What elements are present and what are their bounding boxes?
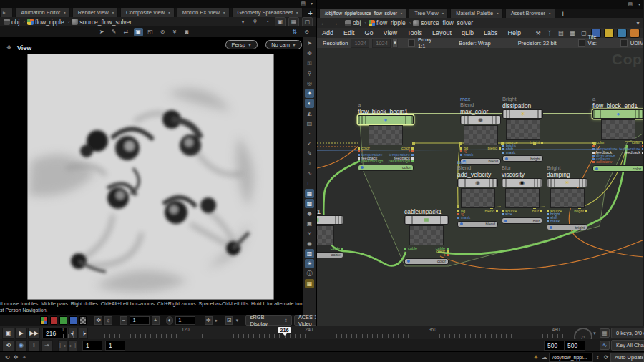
menu-tools[interactable]: Tools bbox=[402, 29, 427, 36]
dot-icon[interactable]: · bbox=[305, 129, 314, 138]
node-max-color[interactable]: maxBlendmax_color◉bgblendfgmaskblend bbox=[460, 97, 501, 165]
node-param-slider[interactable]: blur bbox=[502, 217, 542, 224]
auto-update-button[interactable]: Auto Update bbox=[610, 353, 644, 362]
color-swatch-teal-icon[interactable] bbox=[617, 29, 627, 38]
angle-icon[interactable]: ∟ bbox=[305, 179, 314, 188]
image-plane-icon[interactable]: ▦ bbox=[305, 189, 314, 198]
camera-pivot-icon[interactable]: ◎ bbox=[305, 79, 314, 88]
node-flag-left[interactable] bbox=[405, 216, 413, 224]
slider-handle[interactable] bbox=[460, 222, 463, 225]
colorspace-dropdown[interactable]: sRGB - Display⇕ bbox=[245, 315, 291, 326]
menu-edit[interactable]: Edit bbox=[338, 29, 360, 36]
tab-close-icon[interactable]: ▪ bbox=[64, 10, 65, 15]
tools-icon[interactable]: ⚒ bbox=[534, 29, 542, 37]
info-icon[interactable]: ⓘ bbox=[305, 269, 314, 278]
slider-handle[interactable] bbox=[505, 157, 508, 160]
range-start-field[interactable]: 1 bbox=[82, 341, 102, 351]
node-body[interactable]: ☀ bbox=[547, 178, 587, 187]
node-damping[interactable]: Brightdamping☀sourcebrightbrightshiftmas… bbox=[547, 165, 587, 230]
node-flag-left[interactable] bbox=[547, 179, 555, 187]
output-port[interactable]: t bbox=[444, 253, 449, 257]
tab-close-icon[interactable]: ▪ bbox=[296, 10, 298, 15]
tab-partial[interactable]: ▸ bbox=[0, 8, 13, 17]
red-channel-icon[interactable] bbox=[50, 316, 58, 325]
wave-icon[interactable]: ∿ bbox=[305, 169, 314, 178]
output-port[interactable]: blend bbox=[485, 210, 498, 213]
sort-icon[interactable]: ⇅ bbox=[290, 28, 299, 36]
node-body[interactable]: ● bbox=[592, 109, 644, 119]
slider-handle[interactable] bbox=[550, 226, 552, 229]
node-param-slider[interactable]: color bbox=[592, 165, 644, 172]
gain-plus-button[interactable]: + bbox=[152, 316, 160, 325]
slider-handle[interactable] bbox=[407, 260, 410, 263]
persp-dropdown[interactable]: Persp▼ bbox=[225, 40, 258, 49]
pen-icon[interactable]: ✎ bbox=[305, 149, 314, 158]
list-icon[interactable]: ▤ bbox=[557, 29, 565, 37]
gamma-icon[interactable]: ◐ bbox=[166, 316, 174, 325]
motion-view-icon[interactable]: ∿ bbox=[600, 341, 610, 350]
stamp-icon[interactable]: ▤ bbox=[305, 119, 314, 128]
node-body[interactable]: ▦ bbox=[317, 215, 343, 225]
crosshair-icon[interactable]: ⌖ bbox=[20, 353, 29, 361]
resolution-dropdown-icon[interactable]: ▼ bbox=[392, 39, 398, 48]
slider-handle[interactable] bbox=[361, 166, 364, 169]
shade-icon[interactable]: ◭ bbox=[305, 109, 314, 118]
breadcrumb-network[interactable]: flow_ripple bbox=[34, 19, 66, 26]
tree-icon[interactable]: ᛉ bbox=[545, 29, 554, 37]
node-body[interactable]: ◉ bbox=[457, 178, 498, 187]
input-port[interactable]: mask bbox=[460, 153, 473, 157]
slider-handle[interactable] bbox=[504, 220, 507, 222]
tab-asset-browser[interactable]: Asset Browser▪ bbox=[505, 9, 555, 18]
tab-close-icon[interactable]: ▪ bbox=[442, 11, 444, 16]
node-flag-left[interactable] bbox=[593, 110, 601, 118]
color-swatch-orange-icon[interactable] bbox=[630, 29, 640, 38]
gain-field[interactable]: 1 bbox=[130, 316, 150, 325]
tile-vis-checkbox[interactable] bbox=[578, 39, 585, 47]
checker-bg-icon[interactable]: ▩ bbox=[305, 199, 314, 208]
breadcrumb-network[interactable]: flow_ripple bbox=[375, 19, 407, 26]
node-body[interactable]: ☀ bbox=[502, 109, 543, 119]
headlight-icon[interactable]: ☀ bbox=[305, 89, 314, 98]
proxy-checkbox[interactable] bbox=[408, 39, 415, 47]
tab-composite-view[interactable]: Composite View▪ bbox=[120, 8, 175, 17]
secure-selection-icon[interactable]: ✥ bbox=[305, 49, 314, 58]
tab-close-icon[interactable]: ▪ bbox=[497, 11, 498, 16]
pane-layout-icon[interactable]: ▤ bbox=[301, 1, 306, 6]
handles-tool-icon[interactable]: ✎ bbox=[109, 28, 119, 36]
resolution-y-field[interactable]: 1024 bbox=[372, 39, 391, 48]
exposure-icon[interactable]: ✛ bbox=[205, 316, 213, 325]
viewport-image[interactable] bbox=[27, 54, 274, 300]
pane-menu-icon[interactable]: ▾ bbox=[311, 1, 313, 6]
pane-menu-icon[interactable]: ▾ bbox=[638, 1, 640, 6]
realtime-toggle-icon[interactable]: ◉ bbox=[15, 340, 27, 351]
menu-go[interactable]: Go bbox=[360, 29, 379, 36]
snapshot-icon[interactable]: ▥ bbox=[305, 249, 314, 258]
node-flow-block-end1[interactable]: aflow_block_end1●colorcolortttemperature… bbox=[592, 97, 644, 172]
node-flag-right[interactable] bbox=[440, 216, 448, 224]
tab-obj-flow-ripple-source-flow-solver[interactable]: /obj/flow_ripple/source_flow_solver▪ bbox=[319, 9, 406, 18]
path-dropdown-icon[interactable]: ▾ bbox=[238, 18, 248, 26]
node-flag-left[interactable] bbox=[503, 110, 511, 118]
tab-material-palette[interactable]: Material Palette▪ bbox=[450, 9, 503, 18]
tab-close-icon[interactable]: ▪ bbox=[168, 10, 170, 15]
timeline-zoom-dropdown-icon[interactable]: ▼ bbox=[592, 331, 597, 336]
skip-end-button[interactable]: ▶▶ bbox=[28, 328, 40, 339]
back-icon[interactable]: ← bbox=[318, 19, 328, 27]
node-body[interactable]: ◉ bbox=[502, 178, 542, 187]
node-param-slider[interactable]: bright bbox=[547, 224, 587, 230]
camera-dropdown[interactable]: No cam▼ bbox=[265, 40, 302, 49]
scene-viewport[interactable]: ✥ View Persp▼ No cam▼ bbox=[0, 37, 303, 315]
color-scheme-icon[interactable] bbox=[40, 316, 48, 325]
context-spinner-icon[interactable]: ⇕ bbox=[593, 353, 602, 361]
pose-icon[interactable]: ¥ bbox=[170, 28, 180, 36]
target-icon[interactable]: ◉ bbox=[305, 239, 314, 248]
chevron-down-icon[interactable]: ▼ bbox=[235, 318, 239, 323]
play-button[interactable]: ▶ bbox=[15, 328, 27, 339]
geometry-icon[interactable]: ▣ bbox=[275, 17, 286, 27]
node-flag-left[interactable] bbox=[358, 116, 366, 124]
select-tool-icon[interactable]: ➤ bbox=[97, 28, 107, 36]
node-cableunpack1[interactable]: cableunpack1▦cablecablecolortcolor bbox=[404, 208, 449, 265]
snapshot-icon[interactable]: ✜ bbox=[94, 316, 102, 325]
timeline-ruler[interactable] bbox=[63, 328, 565, 338]
box-zoom-icon[interactable]: ◱ bbox=[146, 28, 155, 36]
